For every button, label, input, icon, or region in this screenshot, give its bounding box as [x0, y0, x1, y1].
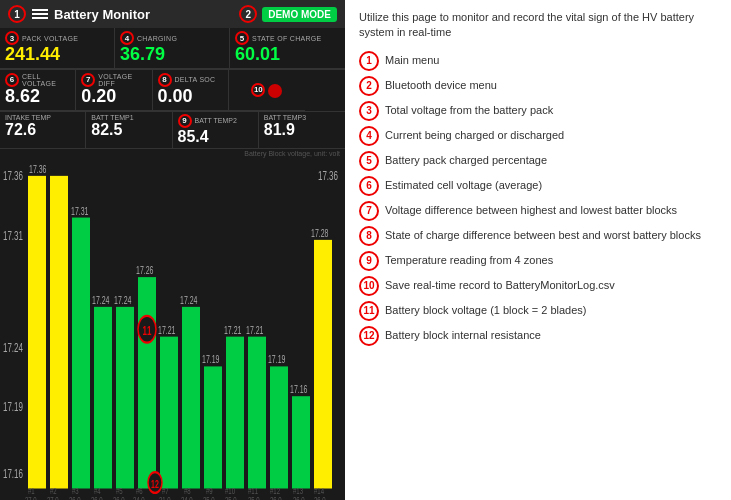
- svg-text:17.21: 17.21: [158, 324, 176, 336]
- svg-text:17.24: 17.24: [114, 294, 132, 306]
- svg-text:25.0: 25.0: [248, 495, 260, 500]
- charging-value: 36.79: [120, 45, 224, 65]
- svg-text:25.0: 25.0: [203, 495, 215, 500]
- svg-rect-34: [314, 239, 332, 488]
- badge-10-cell: 10: [229, 70, 305, 111]
- batt-temp1-header: BATT TEMP1: [91, 114, 166, 121]
- intake-temp-header: INTAKE TEMP: [5, 114, 80, 121]
- legend-item: 9 Temperature reading from 4 zones: [359, 251, 717, 271]
- svg-text:25.0: 25.0: [225, 495, 237, 500]
- badge-10: 10: [251, 83, 265, 97]
- svg-rect-14: [116, 306, 134, 488]
- legend-item: 5 Battery pack charged percentage: [359, 151, 717, 171]
- badge-6: 6: [5, 73, 19, 87]
- svg-text:26.0: 26.0: [293, 495, 305, 500]
- chart-area: 17.36 17.31 17.24 17.19 17.16 17.36 17.3…: [0, 158, 345, 500]
- batt-temp2-label: BATT TEMP2: [195, 117, 237, 124]
- top-bar-left: 1 Battery Monitor: [8, 5, 150, 23]
- svg-text:17.28: 17.28: [311, 227, 329, 239]
- soc-label: STATE OF CHARGE: [252, 35, 322, 42]
- temp-row: INTAKE TEMP 72.6 BATT TEMP1 82.5 9 BATT …: [0, 112, 345, 149]
- cell-voltage-header: 6 CELL VOLTAGE: [5, 73, 70, 87]
- metrics-row-1: 3 PACK VOLTAGE 241.44 4 CHARGING 36.79 5…: [0, 28, 345, 70]
- svg-text:24.0: 24.0: [181, 495, 193, 500]
- legend-circle: 1: [359, 51, 379, 71]
- pack-voltage-value: 241.44: [5, 45, 109, 65]
- app-title: Battery Monitor: [54, 7, 150, 22]
- svg-text:27.0: 27.0: [47, 495, 59, 500]
- legend-text: Battery pack charged percentage: [385, 151, 547, 167]
- badge-3: 3: [5, 31, 19, 45]
- svg-text:17.24: 17.24: [92, 294, 110, 306]
- svg-text:17.19: 17.19: [268, 354, 286, 366]
- delta-soc-header: 8 DELTA SOC: [158, 73, 223, 87]
- legend-text: Temperature reading from 4 zones: [385, 251, 553, 267]
- svg-rect-12: [94, 306, 112, 488]
- cell-voltage-cell: 6 CELL VOLTAGE 8.62: [0, 70, 76, 111]
- batt-temp1-label: BATT TEMP1: [91, 114, 133, 121]
- svg-text:17.16: 17.16: [290, 383, 308, 395]
- batt-temp2-header: 9 BATT TEMP2: [178, 114, 253, 128]
- soc-value: 60.01: [235, 45, 340, 65]
- main-menu-icon[interactable]: [32, 9, 48, 19]
- svg-rect-10: [72, 217, 90, 488]
- metrics-row-2: 6 CELL VOLTAGE 8.62 7 VOLTAGE DIFF 0.20 …: [0, 70, 345, 112]
- intake-temp-label: INTAKE TEMP: [5, 114, 51, 121]
- voltage-diff-label: VOLTAGE DIFF: [98, 73, 146, 87]
- svg-text:26.0: 26.0: [314, 495, 326, 500]
- svg-rect-7: [28, 175, 46, 488]
- legend-text: Save real-time record to BatteryMonitorL…: [385, 276, 615, 292]
- svg-text:17.31: 17.31: [71, 205, 89, 217]
- badge-9: 9: [178, 114, 192, 128]
- charging-cell: 4 CHARGING 36.79: [115, 28, 230, 69]
- charging-label: CHARGING: [137, 35, 177, 42]
- charging-header: 4 CHARGING: [120, 31, 224, 45]
- intake-temp-value: 72.6: [5, 121, 80, 139]
- legend-item: 7 Voltage difference between highest and…: [359, 201, 717, 221]
- batt-temp2-value: 85.4: [178, 128, 253, 146]
- record-indicator: [268, 84, 282, 98]
- svg-text:12: 12: [151, 479, 159, 491]
- watermark: Battery Block voltage, unit: volt: [0, 149, 345, 158]
- svg-text:17.21: 17.21: [246, 324, 264, 336]
- badge-4: 4: [120, 31, 134, 45]
- top-bar: 1 Battery Monitor 2 DEMO MODE: [0, 0, 345, 28]
- legend-circle: 4: [359, 126, 379, 146]
- cell-voltage-label: CELL VOLTAGE: [22, 73, 70, 87]
- legend-item: 10 Save real-time record to BatteryMonit…: [359, 276, 717, 296]
- batt-temp3-cell: BATT TEMP3 81.9: [259, 112, 345, 148]
- legend-circle: 3: [359, 101, 379, 121]
- demo-mode-button[interactable]: DEMO MODE: [262, 7, 337, 22]
- badge-7: 7: [81, 73, 95, 87]
- svg-rect-32: [292, 396, 310, 488]
- delta-soc-value: 0.00: [158, 87, 223, 107]
- legend-circle: 5: [359, 151, 379, 171]
- right-panel: Utilize this page to monitor and record …: [345, 0, 731, 500]
- batt-temp2-cell: 9 BATT TEMP2 85.4: [173, 112, 259, 148]
- legend-item: 4 Current being charged or discharged: [359, 126, 717, 146]
- svg-rect-30: [270, 366, 288, 488]
- legend-text: Total voltage from the battery pack: [385, 101, 553, 117]
- legend-circle: 9: [359, 251, 379, 271]
- svg-rect-28: [248, 336, 266, 488]
- svg-text:17.16: 17.16: [3, 467, 23, 480]
- svg-rect-20: [160, 336, 178, 488]
- svg-rect-22: [182, 306, 200, 488]
- legend-circle: 2: [359, 76, 379, 96]
- legend-item: 3 Total voltage from the battery pack: [359, 101, 717, 121]
- badge-8: 8: [158, 73, 172, 87]
- voltage-diff-value: 0.20: [81, 87, 146, 107]
- svg-text:26.0: 26.0: [91, 495, 103, 500]
- cell-voltage-value: 8.62: [5, 87, 70, 107]
- svg-text:17.21: 17.21: [224, 324, 242, 336]
- svg-text:17.24: 17.24: [180, 294, 198, 306]
- legend-item: 1 Main menu: [359, 51, 717, 71]
- pack-voltage-header: 3 PACK VOLTAGE: [5, 31, 109, 45]
- delta-soc-label: DELTA SOC: [175, 76, 216, 83]
- svg-rect-24: [204, 366, 222, 488]
- delta-soc-cell: 8 DELTA SOC 0.00: [153, 70, 229, 111]
- legend-item: 6 Estimated cell voltage (average): [359, 176, 717, 196]
- batt-temp1-value: 82.5: [91, 121, 166, 139]
- intake-temp-cell: INTAKE TEMP 72.6: [0, 112, 86, 148]
- svg-text:17.19: 17.19: [202, 354, 220, 366]
